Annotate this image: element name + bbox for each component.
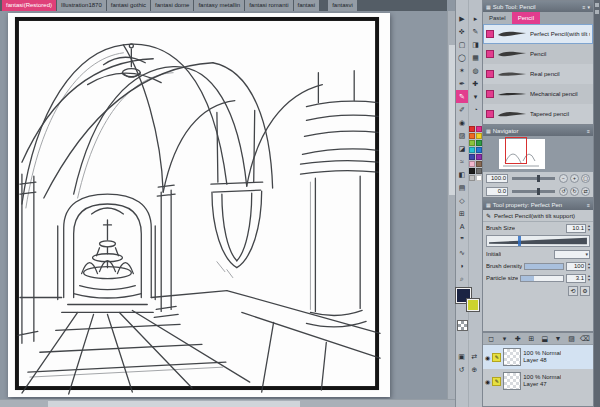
- brush-density-spinner[interactable]: ▴▾: [588, 262, 590, 270]
- doc-tab-romanti[interactable]: fantasi romanti: [245, 0, 292, 11]
- subtool-panel-header[interactable]: ▦ Sub Tool: Pencil ≡ ▾: [483, 1, 593, 12]
- particle-size-value[interactable]: 3.1: [566, 274, 586, 283]
- pattern-icon[interactable]: ▦: [469, 51, 482, 64]
- doc-tab-fantasi[interactable]: fantasi: [294, 0, 320, 11]
- color-swatch[interactable]: [469, 133, 475, 139]
- edit-icon[interactable]: ✎: [469, 25, 482, 38]
- add-canvas-icon[interactable]: ⊕: [468, 363, 481, 376]
- eyedropper-tool-icon[interactable]: ◗: [456, 259, 469, 272]
- brush-item-real-pencil[interactable]: Real pencil: [483, 64, 593, 84]
- correct-line-tool-icon[interactable]: ∿: [456, 246, 469, 259]
- auto-select-tool-icon[interactable]: ✶: [456, 64, 469, 77]
- color-swatch[interactable]: [469, 140, 475, 146]
- horizontal-scroll-thumb[interactable]: [48, 401, 300, 407]
- rotate-left-button[interactable]: ↺: [559, 187, 568, 196]
- eraser-tool-icon[interactable]: ◪: [456, 142, 469, 155]
- decoration-tool-icon[interactable]: ▨: [456, 129, 469, 142]
- brush-density-value[interactable]: 100: [566, 262, 586, 271]
- pen-tool-icon[interactable]: ✒: [456, 77, 469, 90]
- color-swatch[interactable]: [469, 161, 475, 167]
- panel-menu-icon[interactable]: ≡: [587, 202, 590, 208]
- reset-tool-button[interactable]: ⟲: [568, 286, 578, 296]
- panel-collapse-icon[interactable]: ▾: [587, 4, 590, 10]
- layer-dropdown-icon[interactable]: ▾: [499, 332, 509, 345]
- dock-icon[interactable]: [595, 10, 599, 14]
- opacity-icon[interactable]: ◨: [469, 38, 482, 51]
- collapsed-dock-strip[interactable]: [594, 0, 600, 407]
- panel-menu-icon[interactable]: ≡: [583, 4, 586, 10]
- rotate-value[interactable]: 0.0: [486, 187, 508, 196]
- add-icon[interactable]: ✚: [469, 77, 482, 90]
- selection-tool-icon[interactable]: ▢: [456, 38, 469, 51]
- dock-icon[interactable]: [595, 3, 599, 7]
- brush-item-pencil[interactable]: Pencil: [483, 44, 593, 64]
- doc-tab-illustration[interactable]: Illustration1870: [57, 0, 106, 11]
- airbrush-tool-icon[interactable]: ◉: [456, 116, 469, 129]
- new-folder-icon[interactable]: ⊞: [526, 332, 536, 345]
- delete-layer-icon[interactable]: ⌫: [580, 332, 590, 345]
- initialize-dropdown[interactable]: ▾: [554, 250, 590, 259]
- zoom-slider[interactable]: [512, 177, 555, 180]
- chevron-down-icon[interactable]: ▾: [469, 90, 482, 103]
- move-tool-icon[interactable]: ✜: [456, 25, 469, 38]
- canvas-drawing[interactable]: [8, 13, 390, 397]
- zoom-value[interactable]: 100.0: [486, 174, 508, 183]
- undo-icon[interactable]: ↺: [455, 363, 468, 376]
- layer-row-48[interactable]: ◉ ✎ 100 % Normal Layer 48: [483, 345, 593, 369]
- layer-mask-icon[interactable]: ▨: [566, 332, 576, 345]
- layer-row-47[interactable]: ◉ ✎ 100 % Normal Layer 47: [483, 369, 593, 393]
- doc-tab-dome[interactable]: fantasi dome: [151, 0, 193, 11]
- operation-tool-icon[interactable]: ▶: [456, 12, 469, 25]
- layer-thumbnail[interactable]: [503, 372, 521, 390]
- layer-name[interactable]: Layer 48: [523, 357, 561, 364]
- transparent-color-swatch[interactable]: [457, 320, 468, 331]
- panel-menu-icon[interactable]: ≡: [587, 128, 590, 134]
- brush-size-handle[interactable]: [518, 236, 521, 246]
- lasso-tool-icon[interactable]: ◯: [456, 51, 469, 64]
- merge-down-icon[interactable]: ▼: [553, 332, 563, 345]
- color-swatch[interactable]: [469, 175, 475, 181]
- doc-tab-fantasi-restored[interactable]: fantasi(Restored): [2, 0, 56, 11]
- color-swatch[interactable]: [469, 126, 475, 132]
- tool-property-header[interactable]: ▦ Tool property: Perfect Pen ≡: [483, 199, 593, 210]
- flip-horizontal-button[interactable]: ⇄: [581, 187, 590, 196]
- brush-size-bar[interactable]: [486, 235, 590, 247]
- tool-settings-button[interactable]: ⚙: [580, 286, 590, 296]
- doc-tab-metallin[interactable]: fantasy metallin: [194, 0, 244, 11]
- layer-thumbnail[interactable]: [503, 348, 521, 366]
- history-icon[interactable]: ◔: [469, 103, 482, 116]
- brush-item-tapered-pencil[interactable]: Tapered pencil: [483, 104, 593, 124]
- color-swatch[interactable]: [469, 168, 475, 174]
- layer-name[interactable]: Layer 47: [523, 381, 561, 388]
- mask-icon[interactable]: ▣: [455, 350, 468, 363]
- canvas-horizontal-scrollbar[interactable]: [0, 399, 455, 407]
- doc-tab-gothic[interactable]: fantasi gothic: [107, 0, 150, 11]
- text-tool-icon[interactable]: A: [456, 220, 469, 233]
- new-layer-icon[interactable]: ✚: [513, 332, 523, 345]
- tab-pastel[interactable]: Pastel: [483, 12, 512, 24]
- zoom-in-button[interactable]: +: [570, 174, 579, 183]
- rotate-slider[interactable]: [512, 190, 555, 193]
- fit-to-screen-button[interactable]: ▢: [581, 174, 590, 183]
- navigator-panel-header[interactable]: ▦ Navigator ≡: [483, 125, 593, 136]
- subtool-arrow-icon[interactable]: ▸: [469, 12, 482, 25]
- zoom-slider-thumb[interactable]: [537, 175, 540, 182]
- zoom-tool-icon[interactable]: ⌕: [456, 272, 469, 285]
- balloon-tool-icon[interactable]: ❞: [456, 233, 469, 246]
- navigator-view-rect[interactable]: [505, 137, 527, 164]
- blend-tool-icon[interactable]: ≈: [456, 155, 469, 168]
- navigator-preview[interactable]: [483, 136, 593, 172]
- brush-size-spinner[interactable]: ▴▾: [588, 224, 590, 232]
- tone-icon[interactable]: ◍: [469, 64, 482, 77]
- brush-item-perfect-pencil[interactable]: Perfect Pencil(with tilt support): [483, 24, 593, 44]
- layer-blend-icon[interactable]: ◻: [486, 332, 496, 345]
- particle-size-slider[interactable]: [520, 275, 564, 282]
- color-swatch[interactable]: [469, 147, 475, 153]
- layer-visibility-icon[interactable]: ◉: [485, 378, 490, 385]
- layer-blend-mode[interactable]: Normal: [542, 374, 561, 380]
- gradient-tool-icon[interactable]: ▤: [456, 181, 469, 194]
- canvas-vertical-scrollbar[interactable]: [447, 11, 455, 399]
- pencil-tool-icon[interactable]: ✎: [456, 90, 469, 103]
- rotate-slider-thumb[interactable]: [537, 188, 540, 195]
- fill-tool-icon[interactable]: ◧: [456, 168, 469, 181]
